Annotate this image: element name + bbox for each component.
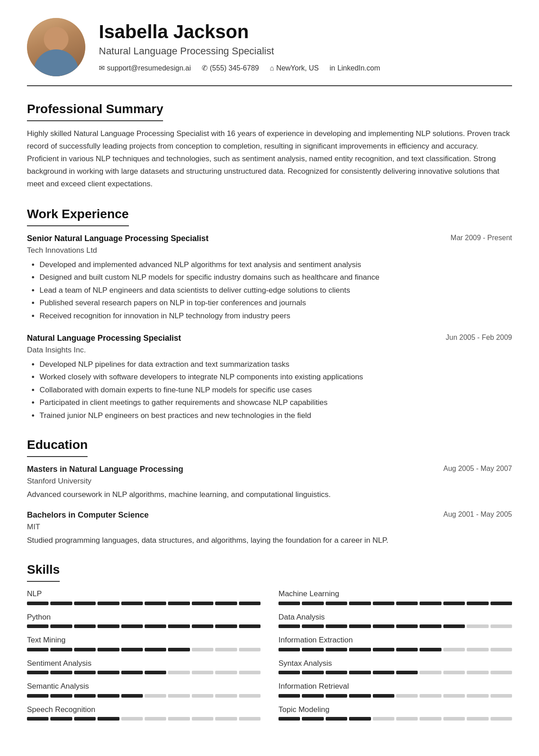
- job-1-bullet-2: Designed and built custom NLP models for…: [40, 272, 512, 283]
- email-text: support@resumedesign.ai: [107, 63, 191, 74]
- skill-segment: [239, 624, 261, 628]
- skill-item: Data Analysis: [278, 611, 512, 629]
- skill-segment: [239, 602, 261, 605]
- skill-bar: [278, 602, 512, 605]
- skill-item: Speech Recognition: [27, 704, 261, 721]
- summary-title: Professional Summary: [27, 100, 163, 121]
- skill-segment: [302, 671, 323, 674]
- skill-name: Machine Learning: [278, 588, 512, 600]
- education-title: Education: [27, 435, 88, 457]
- skill-segment: [443, 648, 465, 651]
- work-section: Work Experience Senior Natural Language …: [27, 205, 512, 421]
- skill-bar: [27, 694, 261, 698]
- skill-segment: [396, 648, 418, 651]
- skill-segment: [373, 648, 394, 651]
- skill-segment: [145, 717, 166, 721]
- skill-bar: [27, 624, 261, 628]
- skill-segment: [278, 671, 300, 674]
- skill-segment: [192, 717, 213, 721]
- skill-name: Information Retrieval: [278, 681, 512, 692]
- skill-segment: [74, 648, 96, 651]
- phone-text: (555) 345-6789: [210, 63, 259, 74]
- job-2-date: Jun 2005 - Feb 2009: [446, 332, 512, 343]
- education-section: Education Masters in Natural Language Pr…: [27, 435, 512, 546]
- skill-bar: [27, 717, 261, 721]
- skill-bar: [278, 624, 512, 628]
- edu-2-degree: Bachelors in Computer Science: [27, 509, 149, 521]
- skill-segment: [50, 717, 72, 721]
- skill-segment: [50, 624, 72, 628]
- contact-email: ✉ support@resumedesign.ai: [99, 63, 191, 74]
- skill-name: NLP: [27, 588, 261, 600]
- skill-item: Information Extraction: [278, 634, 512, 651]
- job-2-bullet-1: Developed NLP pipelines for data extract…: [40, 359, 512, 370]
- skill-segment: [168, 694, 190, 698]
- skill-segment: [74, 602, 96, 605]
- skill-segment: [326, 671, 347, 674]
- email-icon: ✉: [99, 63, 105, 74]
- skill-segment: [420, 671, 441, 674]
- edu-2: Bachelors in Computer Science Aug 2001 -…: [27, 509, 512, 546]
- edu-2-header: Bachelors in Computer Science Aug 2001 -…: [27, 509, 512, 521]
- skill-segment: [97, 648, 119, 651]
- edu-2-desc: Studied programming languages, data stru…: [27, 535, 512, 546]
- skill-segment: [121, 671, 143, 674]
- job-1-bullet-3: Lead a team of NLP engineers and data sc…: [40, 285, 512, 296]
- skill-segment: [27, 694, 49, 698]
- job-1-date: Mar 2009 - Present: [451, 233, 512, 243]
- skill-bar: [278, 717, 512, 721]
- job-1-bullet-4: Published several research papers on NLP…: [40, 297, 512, 309]
- job-2-bullet-5: Trained junior NLP engineers on best pra…: [40, 410, 512, 422]
- skill-segment: [420, 648, 441, 651]
- skill-segment: [467, 624, 488, 628]
- edu-2-date: Aug 2001 - May 2005: [443, 509, 512, 521]
- skill-segment: [373, 602, 394, 605]
- skill-segment: [349, 648, 371, 651]
- skill-segment: [490, 717, 512, 721]
- skill-segment: [278, 648, 300, 651]
- job-2-bullet-4: Participated in client meetings to gathe…: [40, 397, 512, 409]
- skill-item: Syntax Analysis: [278, 658, 512, 675]
- skill-segment: [349, 671, 371, 674]
- job-2: Natural Language Processing Specialist J…: [27, 332, 512, 421]
- skill-segment: [50, 602, 72, 605]
- skill-segment: [121, 602, 143, 605]
- skill-segment: [168, 624, 190, 628]
- avatar: [27, 18, 85, 76]
- skill-segment: [121, 717, 143, 721]
- skill-segment: [192, 648, 213, 651]
- skill-bar: [278, 648, 512, 651]
- skill-segment: [467, 694, 488, 698]
- skill-segment: [74, 624, 96, 628]
- skill-name: Text Mining: [27, 634, 261, 646]
- location-text: NewYork, US: [276, 63, 319, 74]
- contact-location: ⌂ NewYork, US: [270, 63, 318, 74]
- skill-segment: [278, 624, 300, 628]
- skill-segment: [239, 648, 261, 651]
- skill-segment: [97, 624, 119, 628]
- contact-linkedin: in LinkedIn.com: [330, 63, 380, 74]
- skill-segment: [443, 624, 465, 628]
- skills-left-col: NLPPythonText MiningSentiment AnalysisSe…: [27, 588, 261, 727]
- skill-segment: [326, 694, 347, 698]
- skill-segment: [145, 671, 166, 674]
- skill-segment: [50, 648, 72, 651]
- skill-segment: [27, 602, 49, 605]
- skill-segment: [467, 648, 488, 651]
- skill-segment: [326, 602, 347, 605]
- skill-segment: [302, 717, 323, 721]
- edu-1-degree: Masters in Natural Language Processing: [27, 463, 183, 475]
- skill-segment: [215, 648, 237, 651]
- skill-segment: [420, 602, 441, 605]
- skill-item: Information Retrieval: [278, 681, 512, 698]
- skill-segment: [278, 717, 300, 721]
- skill-segment: [192, 624, 213, 628]
- skill-item: Semantic Analysis: [27, 681, 261, 698]
- skill-segment: [97, 671, 119, 674]
- resume-header: Isabella Jackson Natural Language Proces…: [27, 18, 512, 86]
- skill-segment: [239, 671, 261, 674]
- skills-section: Skills NLPPythonText MiningSentiment Ana…: [27, 560, 512, 727]
- skill-segment: [50, 694, 72, 698]
- job-2-company: Data Insights Inc.: [27, 344, 512, 356]
- skill-segment: [349, 624, 371, 628]
